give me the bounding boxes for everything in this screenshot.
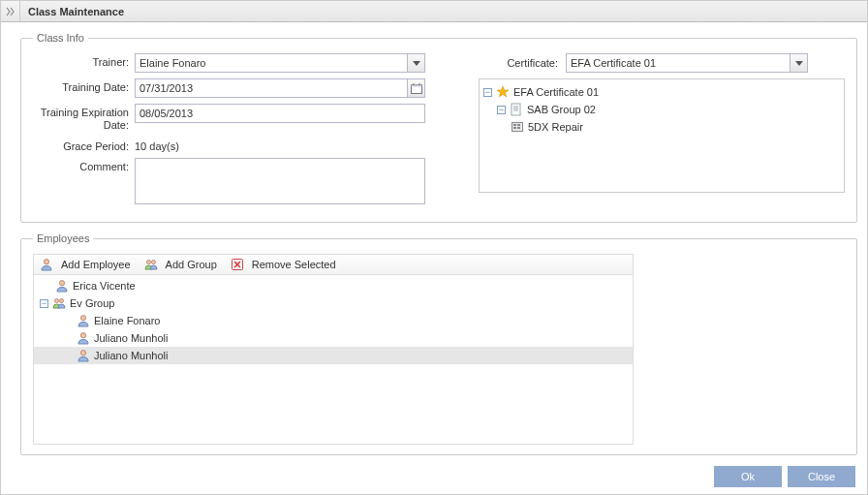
employee-name: Erica Vicente — [73, 280, 136, 292]
comment-textarea[interactable] — [135, 158, 425, 204]
employee-row[interactable]: Elaine Fonaro — [34, 312, 633, 329]
expiry-input[interactable] — [135, 104, 425, 123]
svg-rect-4 — [512, 104, 520, 115]
cert-item-label: 5DX Repair — [528, 121, 583, 133]
svg-point-14 — [146, 261, 150, 264]
training-date-input[interactable]: 07/31/2013 — [135, 78, 425, 98]
group-icon — [144, 258, 158, 271]
remove-selected-button[interactable]: Remove Selected — [231, 258, 336, 271]
collapse-icon[interactable]: − — [483, 88, 492, 97]
cert-tree-item[interactable]: 5DX Repair — [511, 118, 840, 136]
cert-tree-root[interactable]: − EFA Certificate 01 — [483, 83, 840, 101]
svg-rect-12 — [517, 127, 520, 129]
module-icon — [511, 120, 524, 134]
employee-row-selected[interactable]: Juliano Munholi — [34, 347, 633, 364]
person-icon — [77, 349, 90, 362]
add-employee-label: Add Employee — [61, 259, 131, 270]
person-icon — [77, 314, 90, 327]
svg-rect-11 — [513, 127, 516, 129]
add-group-button[interactable]: Add Group — [144, 258, 217, 271]
class-maintenance-window: Class Maintenance Class Info Trainer: El… — [0, 0, 868, 495]
expand-sidebar-button[interactable] — [1, 1, 20, 21]
cert-root-label: EFA Certificate 01 — [513, 86, 599, 98]
employee-group-row[interactable]: − Ev Group — [34, 294, 633, 312]
svg-point-20 — [80, 316, 85, 321]
dropdown-icon — [790, 54, 807, 72]
footer: Ok Close — [1, 459, 867, 494]
document-icon — [510, 103, 523, 116]
svg-point-22 — [80, 351, 85, 356]
trainer-value: Elaine Fonaro — [140, 57, 206, 69]
class-info-fieldset: Class Info Trainer: Elaine Fonaro — [20, 32, 857, 223]
calendar-icon — [407, 79, 424, 97]
close-button[interactable]: Close — [788, 466, 855, 487]
comment-label: Comment: — [33, 158, 135, 172]
svg-rect-1 — [411, 84, 421, 86]
add-group-label: Add Group — [166, 259, 217, 270]
person-icon — [77, 331, 90, 345]
star-icon — [496, 85, 510, 99]
body: Class Info Trainer: Elaine Fonaro — [1, 22, 867, 459]
certificate-select[interactable]: EFA Certificate 01 — [566, 53, 808, 73]
person-icon — [40, 258, 53, 271]
employee-row[interactable]: Juliano Munholi — [34, 329, 633, 347]
certificate-value: EFA Certificate 01 — [571, 57, 656, 69]
svg-point-18 — [55, 299, 59, 303]
ok-button[interactable]: Ok — [714, 466, 782, 487]
employee-name: Juliano Munholi — [94, 350, 168, 361]
class-info-legend: Class Info — [33, 32, 88, 44]
person-icon — [55, 279, 69, 293]
grace-label: Grace Period: — [33, 138, 135, 152]
svg-rect-10 — [517, 124, 520, 126]
trainer-label: Trainer: — [33, 53, 135, 68]
certificate-tree[interactable]: − EFA Certificate 01 − SAB Group 02 5DX … — [479, 78, 845, 193]
employees-fieldset: Employees Add Employee Add Group Remove … — [20, 232, 857, 455]
trainer-select[interactable]: Elaine Fonaro — [135, 53, 425, 73]
svg-point-17 — [59, 281, 64, 286]
svg-rect-9 — [513, 124, 516, 126]
remove-selected-label: Remove Selected — [252, 259, 336, 270]
titlebar: Class Maintenance — [1, 1, 867, 22]
chevron-right-icon — [6, 7, 16, 16]
grace-value: 10 day(s) — [135, 138, 450, 152]
collapse-icon[interactable]: − — [497, 106, 506, 114]
add-employee-button[interactable]: Add Employee — [40, 258, 131, 271]
employees-toolbar: Add Employee Add Group Remove Selected — [33, 254, 634, 274]
employees-legend: Employees — [33, 232, 93, 244]
collapse-icon[interactable]: − — [40, 299, 48, 308]
certificate-label: Certificate: — [479, 57, 566, 69]
employees-tree[interactable]: Erica Vicente − Ev Group Elaine Fonaro J… — [33, 274, 634, 445]
training-date-value: 07/31/2013 — [140, 82, 193, 94]
employee-name: Juliano Munholi — [94, 332, 168, 344]
delete-icon — [231, 258, 244, 271]
svg-point-19 — [60, 299, 64, 303]
cert-tree-group[interactable]: − SAB Group 02 — [497, 101, 840, 118]
group-name: Ev Group — [70, 297, 114, 309]
group-icon — [52, 296, 66, 310]
svg-point-13 — [44, 260, 48, 264]
employee-name: Elaine Fonaro — [94, 315, 161, 326]
cert-group-label: SAB Group 02 — [527, 104, 596, 115]
employee-row[interactable]: Erica Vicente — [34, 277, 633, 294]
window-title: Class Maintenance — [20, 6, 124, 17]
svg-point-15 — [151, 261, 155, 264]
dropdown-icon — [407, 54, 424, 72]
training-date-label: Training Date: — [33, 78, 135, 93]
svg-point-21 — [80, 333, 85, 338]
expiry-label: Training Expiration Date: — [33, 104, 135, 132]
